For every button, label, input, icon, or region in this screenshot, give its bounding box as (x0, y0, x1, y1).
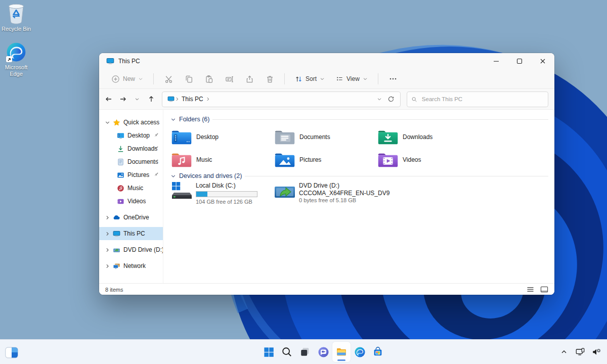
details-view-button[interactable] (527, 286, 534, 293)
toolbar-divider (153, 73, 154, 84)
search-button[interactable] (278, 342, 296, 362)
sidebar-item-desktop[interactable]: Desktop (99, 129, 163, 142)
group-header-devices[interactable]: Devices and drives (2) (170, 172, 548, 179)
navigation-pane: Quick access Desktop Downloads (99, 110, 163, 283)
copy-button[interactable] (180, 72, 197, 86)
task-view-button[interactable] (296, 342, 314, 362)
address-bar[interactable]: This PC (162, 92, 401, 107)
delete-button[interactable] (261, 72, 278, 86)
sidebar-item-this-pc[interactable]: This PC (99, 227, 163, 240)
toolbar-divider (378, 73, 378, 84)
breadcrumb-chevron-icon[interactable] (205, 97, 210, 102)
sidebar-item-downloads[interactable]: Downloads (99, 142, 163, 155)
chevron-down-icon[interactable] (170, 173, 176, 179)
title-bar[interactable]: This PC (99, 53, 554, 69)
sidebar-item-onedrive[interactable]: OneDrive (99, 211, 163, 224)
folder-tile-documents[interactable]: Documents (274, 126, 375, 148)
taskbar-center-icons (259, 342, 387, 362)
pin-icon (153, 158, 159, 164)
widgets-icon (5, 347, 18, 358)
view-button-label: View (346, 75, 360, 82)
videos-folder-icon (377, 151, 399, 169)
dvd-drive-icon (274, 181, 296, 202)
paste-button[interactable] (200, 72, 218, 86)
chevron-down-icon (320, 76, 325, 81)
chevron-down-icon (363, 76, 368, 81)
folder-tile-desktop[interactable]: Desktop (170, 126, 272, 148)
pin-icon (153, 145, 159, 151)
this-pc-icon (167, 96, 175, 103)
chevron-right-icon[interactable] (103, 231, 111, 237)
sidebar-item-music[interactable]: Music (99, 181, 163, 195)
more-options-button[interactable] (384, 72, 402, 86)
chevron-right-icon[interactable] (103, 263, 111, 269)
chevron-down-icon[interactable] (103, 120, 111, 125)
chat-button[interactable] (314, 342, 332, 362)
shortcut-arrow-icon (6, 56, 12, 62)
sort-button-label: Sort (306, 75, 317, 82)
breadcrumb-this-pc[interactable]: This PC (182, 96, 203, 103)
volume-muted-icon[interactable] (590, 346, 603, 358)
recent-locations-button[interactable] (131, 93, 144, 106)
up-button[interactable] (145, 93, 158, 106)
search-box[interactable] (407, 92, 548, 107)
address-dropdown-button[interactable] (374, 94, 385, 105)
new-button-label: New (123, 75, 135, 82)
sidebar-item-pictures[interactable]: Pictures (99, 168, 163, 181)
cut-button[interactable] (160, 72, 177, 86)
file-explorer-button[interactable] (332, 342, 351, 362)
desktop-icon-microsoft-edge[interactable]: Microsoft Edge (0, 41, 32, 77)
sidebar-item-videos[interactable]: Videos (99, 195, 163, 208)
view-button[interactable]: View (332, 73, 372, 85)
taskbar (0, 339, 607, 364)
sidebar-item-network[interactable]: Network (99, 259, 163, 272)
minimize-button[interactable] (485, 53, 508, 69)
close-button[interactable] (531, 53, 554, 69)
folder-tile-videos[interactable]: Videos (377, 149, 478, 171)
desktop: Recycle Bin Microsoft Edge (0, 0, 607, 364)
this-pc-icon (106, 57, 114, 65)
desktop-icon-recycle-bin[interactable]: Recycle Bin (0, 3, 32, 32)
network-display-icon[interactable] (574, 346, 587, 358)
search-input[interactable] (421, 96, 544, 103)
sidebar-item-quick-access[interactable]: Quick access (99, 116, 163, 129)
sort-button[interactable]: Sort (291, 73, 329, 85)
group-header-folders[interactable]: Folders (6) (170, 116, 548, 123)
large-icons-view-button[interactable] (540, 286, 548, 293)
widgets-button[interactable] (5, 346, 18, 358)
drive-tile-dvd[interactable]: DVD Drive (D:) CCCOMA_X64FRE_EN-US_DV9 0… (274, 181, 397, 209)
back-button[interactable] (102, 93, 115, 106)
folder-tile-pictures[interactable]: Pictures (274, 149, 375, 171)
system-tray (557, 346, 603, 358)
running-indicator (337, 359, 345, 361)
sidebar-item-dvd-drive[interactable]: DVD Drive (D:) CCCO (99, 243, 163, 256)
microsoft-store-button[interactable] (369, 342, 387, 362)
new-button[interactable]: New (107, 72, 147, 86)
rename-button[interactable] (221, 72, 238, 86)
status-bar: 8 items (99, 283, 554, 295)
folder-tile-music[interactable]: Music (170, 149, 272, 171)
network-icon (111, 262, 121, 270)
window-title: This PC (118, 58, 485, 65)
folder-tile-downloads[interactable]: Downloads (377, 126, 478, 148)
chevron-down-icon (138, 76, 143, 81)
refresh-button[interactable] (385, 94, 397, 105)
item-count: 8 items (105, 287, 527, 293)
chevron-right-icon[interactable] (103, 215, 111, 220)
share-button[interactable] (241, 72, 258, 86)
recycle-bin-icon (7, 3, 26, 24)
group-divider-line (245, 176, 548, 176)
maximize-button[interactable] (508, 53, 531, 69)
start-button[interactable] (259, 342, 278, 362)
chevron-down-icon[interactable] (170, 117, 176, 122)
show-hidden-icons-button[interactable] (557, 346, 571, 358)
forward-button[interactable] (116, 93, 129, 106)
disk-usage-fill (196, 192, 207, 197)
sidebar-item-documents[interactable]: Documents (99, 155, 163, 168)
edge-button[interactable] (351, 342, 369, 362)
this-pc-icon (111, 230, 121, 238)
command-bar: New (99, 69, 554, 89)
chevron-right-icon[interactable] (103, 247, 111, 253)
items-view: Folders (6) Desktop (163, 110, 554, 283)
download-icon (115, 145, 125, 153)
